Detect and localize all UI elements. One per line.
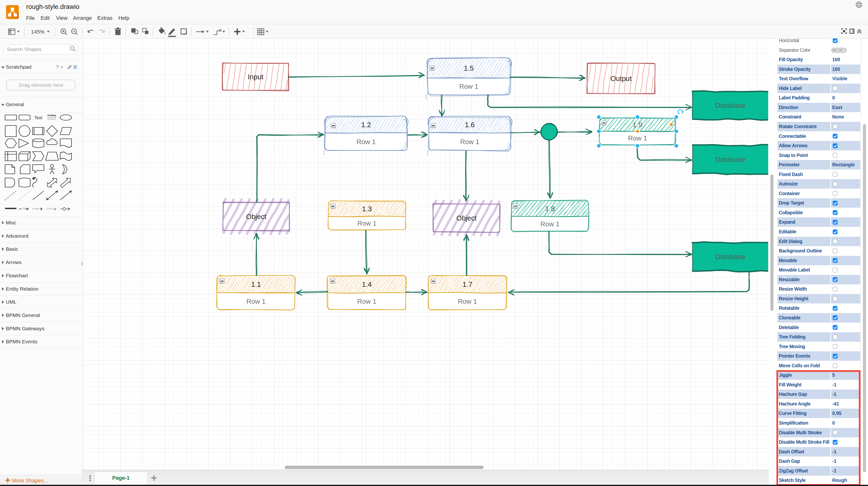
- svg-text:1.7: 1.7: [463, 281, 472, 288]
- svg-text:Row 1: Row 1: [246, 298, 266, 305]
- svg-text:1.9: 1.9: [632, 121, 642, 128]
- svg-text:1.6: 1.6: [465, 121, 474, 128]
- svg-text:Text: Text: [34, 115, 42, 120]
- svg-text:1.1: 1.1: [251, 281, 261, 288]
- svg-text:Database: Database: [715, 102, 745, 109]
- svg-text:Database: Database: [715, 253, 745, 261]
- svg-text:Object: Object: [246, 213, 267, 221]
- svg-text:Heading: Heading: [48, 114, 56, 117]
- svg-text:Object: Object: [457, 214, 477, 222]
- svg-text:Row 1: Row 1: [356, 138, 375, 146]
- svg-text:Row 1: Row 1: [540, 220, 559, 228]
- svg-text:1.3: 1.3: [362, 205, 372, 213]
- svg-text:Row 1: Row 1: [628, 135, 647, 142]
- svg-text:1.8: 1.8: [545, 205, 555, 212]
- svg-text:Database: Database: [715, 156, 745, 164]
- svg-text:1.2: 1.2: [361, 121, 371, 128]
- svg-text:145%: 145%: [31, 29, 44, 35]
- svg-text:1.4: 1.4: [362, 281, 372, 288]
- svg-text:Row 1: Row 1: [357, 298, 376, 305]
- svg-text:Input: Input: [248, 73, 264, 81]
- svg-text:Row 1: Row 1: [459, 83, 478, 90]
- svg-text:Row 1: Row 1: [460, 138, 479, 146]
- svg-text:1.5: 1.5: [464, 64, 474, 72]
- svg-text:Row 1: Row 1: [358, 220, 376, 227]
- svg-text:Row 1: Row 1: [458, 298, 477, 305]
- svg-text:Output: Output: [611, 75, 631, 82]
